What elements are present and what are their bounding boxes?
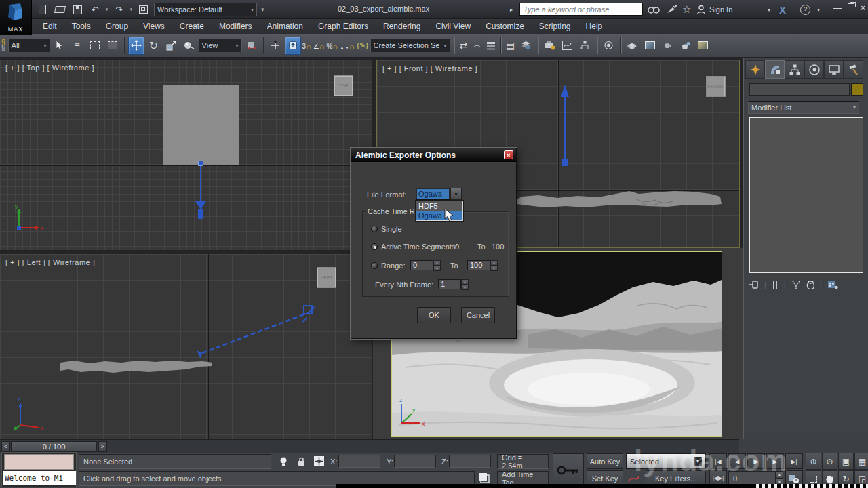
- curve-editor-button[interactable]: [559, 37, 576, 55]
- window-crossing-button[interactable]: [104, 37, 121, 55]
- tab-motion[interactable]: [804, 60, 824, 79]
- zoom-extents-button[interactable]: ▣: [838, 453, 854, 470]
- file-format-combo[interactable]: Ogawa: [416, 188, 450, 200]
- sign-in-link[interactable]: Sign In: [709, 3, 732, 16]
- tab-hierarchy[interactable]: [785, 60, 804, 79]
- nth-frame-spinner[interactable]: ▲▼: [461, 279, 469, 289]
- terrain-profile-left[interactable]: [58, 354, 215, 382]
- angle-snap-button[interactable]: ∠∩: [313, 41, 326, 50]
- y-coord-field[interactable]: [394, 455, 436, 468]
- menu-group[interactable]: Group: [98, 19, 136, 34]
- viewport-left[interactable]: [ + ] [ Left ] [ Wireframe ] LEFT z x: [0, 254, 372, 439]
- radio-range-label[interactable]: Range:: [381, 262, 405, 270]
- search-box[interactable]: [519, 3, 643, 16]
- range-from-field[interactable]: 0: [410, 260, 433, 270]
- auto-key-button[interactable]: Auto Key: [587, 453, 623, 469]
- time-slider-prev-button[interactable]: <: [1, 441, 10, 452]
- render-production-button[interactable]: [625, 37, 641, 55]
- radio-active-time-segments[interactable]: [371, 243, 378, 250]
- menu-tools[interactable]: Tools: [64, 19, 98, 34]
- vertex-marker[interactable]: [198, 161, 203, 166]
- z-coord-field[interactable]: [449, 455, 491, 468]
- remove-modifier-icon[interactable]: [806, 280, 814, 289]
- go-to-end-button[interactable]: ▶|: [785, 453, 803, 469]
- dialog-title-bar[interactable]: Alembic Exporter Options: [351, 148, 516, 162]
- modifier-list-combo[interactable]: Modifier List ▾: [748, 101, 859, 114]
- menu-views[interactable]: Views: [136, 19, 172, 34]
- qat-overflow-icon[interactable]: ▾: [261, 6, 264, 13]
- welcome-mini-window[interactable]: Welcome to Mi: [1, 452, 77, 487]
- select-by-name-button[interactable]: ≡: [69, 37, 85, 55]
- render-in-cloud-button[interactable]: [677, 37, 694, 55]
- pin-stack-icon[interactable]: [748, 280, 759, 289]
- menu-animation[interactable]: Animation: [260, 19, 311, 34]
- set-keys-button[interactable]: [553, 453, 584, 487]
- menu-customize[interactable]: Customize: [478, 19, 532, 34]
- range-to-field[interactable]: 100: [467, 260, 490, 270]
- zoom-extents-all-button[interactable]: ▦: [854, 453, 868, 470]
- menu-civil-view[interactable]: Civil View: [428, 19, 478, 34]
- radio-range[interactable]: [371, 262, 378, 269]
- redo-flyout-icon[interactable]: ▾: [130, 7, 133, 12]
- viewport-left-label[interactable]: [ + ] [ Left ] [ Wireframe ]: [5, 258, 95, 266]
- track-bar[interactable]: < 0 / 100 >: [0, 439, 739, 453]
- isolate-selection-bulb-icon[interactable]: [279, 456, 288, 468]
- range-to-spinner[interactable]: ▲▼: [490, 260, 498, 270]
- select-and-scale-button[interactable]: [163, 37, 180, 55]
- modifier-stack[interactable]: [749, 117, 863, 273]
- search-collapse-icon[interactable]: ▸: [510, 3, 513, 16]
- menu-scripting[interactable]: Scripting: [532, 19, 578, 34]
- mirror-button[interactable]: ⇄: [458, 37, 470, 55]
- selection-lock-icon[interactable]: [297, 457, 306, 468]
- menu-edit[interactable]: Edit: [35, 19, 64, 34]
- viewport-top-badge[interactable]: TOP: [334, 75, 353, 96]
- redo-button[interactable]: ↷: [113, 3, 126, 16]
- menu-rendering[interactable]: Rendering: [376, 19, 428, 34]
- save-file-button[interactable]: [71, 3, 84, 16]
- select-and-manipulate-button[interactable]: [267, 37, 283, 55]
- search-input[interactable]: [520, 3, 642, 15]
- ok-button[interactable]: OK: [417, 307, 451, 323]
- configure-modifier-sets-icon[interactable]: [827, 280, 838, 289]
- dropdown-option-hdf5[interactable]: HDF5: [416, 201, 462, 211]
- make-unique-icon[interactable]: [791, 280, 801, 289]
- menu-help[interactable]: Help: [578, 19, 610, 34]
- new-scene-button[interactable]: [35, 3, 49, 16]
- select-and-rotate-button[interactable]: ↻: [146, 37, 162, 55]
- nth-frame-field[interactable]: 1: [438, 279, 461, 289]
- align-button[interactable]: ⇔: [471, 37, 484, 55]
- application-menu-button[interactable]: MAX: [0, 0, 32, 35]
- schematic-view-button[interactable]: [577, 37, 593, 55]
- open-rendered-image-button[interactable]: [695, 37, 711, 55]
- grid-window-icon[interactable]: [478, 472, 490, 485]
- menu-create[interactable]: Create: [172, 19, 212, 34]
- material-editor-button[interactable]: [601, 37, 617, 55]
- communication-center-icon[interactable]: [665, 3, 677, 16]
- radio-active-label[interactable]: Active Time Segments:: [381, 243, 458, 251]
- camera-cone-marker[interactable]: [195, 201, 206, 209]
- tab-display[interactable]: [824, 60, 844, 79]
- edit-named-selection-sets-button[interactable]: {✎}: [357, 37, 369, 55]
- time-slider-handle[interactable]: 0 / 100: [11, 441, 97, 452]
- time-slider-next-button[interactable]: >: [98, 441, 107, 452]
- help-flyout-icon[interactable]: ▾: [817, 3, 820, 16]
- file-format-combo-arrow[interactable]: ▾: [450, 188, 462, 200]
- scene-explorer-button[interactable]: ▤: [505, 37, 517, 55]
- dialog-close-button[interactable]: ×: [504, 150, 513, 159]
- minimize-button[interactable]: —: [833, 3, 842, 13]
- keyboard-shortcut-override-button[interactable]: [285, 37, 301, 55]
- project-folder-button[interactable]: [136, 3, 150, 16]
- x-coord-field[interactable]: [338, 455, 380, 468]
- radio-single-label[interactable]: Single: [381, 225, 402, 233]
- manage-layers-button[interactable]: [518, 37, 534, 55]
- unlink-selection-icon[interactable]: §: [1, 45, 5, 51]
- snaps-toggle-button[interactable]: 3∩: [302, 41, 312, 50]
- undo-button[interactable]: ↶: [88, 3, 102, 16]
- select-object-button[interactable]: [52, 37, 68, 55]
- a360-exchange-icon[interactable]: X: [779, 3, 786, 16]
- viewport-top[interactable]: [ + ] [ Top ] [ Wireframe ] TOP y x: [0, 60, 372, 250]
- object-color-swatch[interactable]: [851, 83, 863, 96]
- favorites-star-icon[interactable]: ☆: [682, 3, 691, 16]
- menu-graph-editors[interactable]: Graph Editors: [311, 19, 376, 34]
- viewport-front-label[interactable]: [ + ] [ Front ] [ Wireframe ]: [382, 64, 477, 73]
